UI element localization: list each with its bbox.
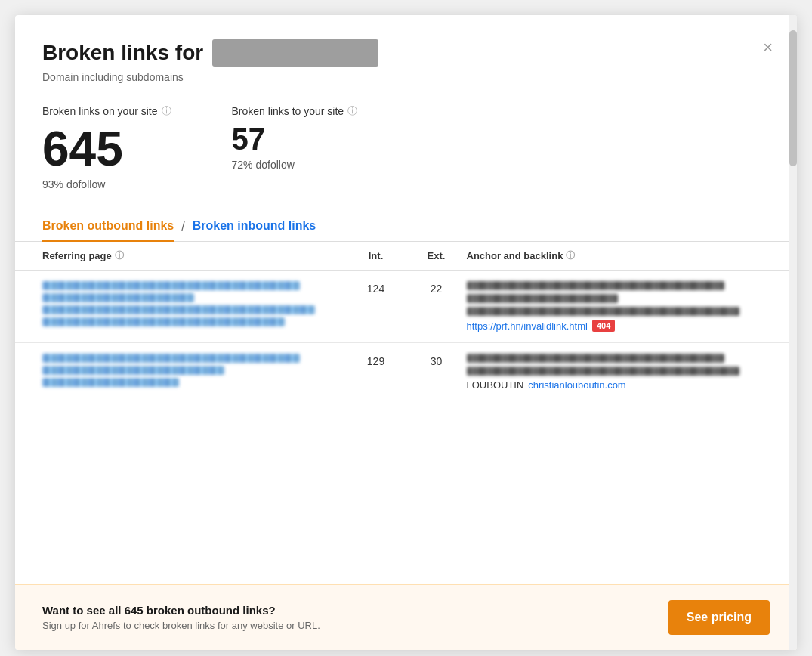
blurred-ref-1a [42,281,300,290]
stat-to-site-dofollow: 72% dofollow [232,159,358,171]
anchor-info-icon: ⓘ [566,249,575,262]
anchor-link-row-2: LOUBOUTIN christianlouboutin.com [467,379,770,391]
stats-section: Broken links on your site ⓘ 645 93% dofo… [15,104,797,190]
blurred-anchor-1c [467,307,739,316]
anchor-link-row-1: https://prf.hn/invalidlink.html 404 [467,320,770,332]
cell-int-1: 124 [346,281,406,295]
table-body: 124 22 https://prf.hn/invalidlink.html 4… [15,271,797,401]
title-row: Broken links for [42,39,770,67]
col-anchor-header: Anchor and backlink ⓘ [467,249,770,262]
badge-404-1: 404 [592,320,615,332]
col-ext-header: Ext. [406,249,467,262]
tab-inbound[interactable]: Broken inbound links [193,212,316,242]
modal-title: Broken links for [42,41,203,65]
modal: Broken links for Domain including subdom… [15,15,797,650]
blurred-anchor-1b [467,294,619,303]
blurred-anchor-2b [467,367,739,376]
close-button[interactable]: × [760,36,776,59]
blurred-anchor-1a [467,281,724,290]
tab-outbound[interactable]: Broken outbound links [42,212,174,242]
anchor-text-2: LOUBOUTIN [467,379,524,391]
footer-text-block: Want to see all 645 broken outbound link… [42,604,320,631]
stat-on-site-number: 645 [42,122,171,175]
referring-info-icon: ⓘ [115,249,124,262]
cell-ext-2: 30 [406,354,467,367]
modal-header: Broken links for Domain including subdom… [15,15,797,104]
cell-referring-2 [42,354,346,387]
col-int-header: Int. [346,249,406,262]
see-pricing-button[interactable]: See pricing [668,600,770,635]
blurred-ref-2a [42,354,300,363]
blurred-anchor-2a [467,354,724,363]
table-row: 129 30 LOUBOUTIN christianlouboutin.com [15,343,797,401]
stat-to-site-number: 57 [232,122,358,156]
anchor-link-1[interactable]: https://prf.hn/invalidlink.html [467,320,588,332]
table-section: Referring page ⓘ Int. Ext. Anchor and ba… [15,242,797,584]
stat-to-site-label: Broken links to your site ⓘ [232,104,358,118]
col-referring-header: Referring page ⓘ [42,249,346,262]
footer-banner: Want to see all 645 broken outbound link… [15,584,797,650]
table-header: Referring page ⓘ Int. Ext. Anchor and ba… [15,242,797,271]
blurred-ref-1c [42,305,315,314]
stat-to-site: Broken links to your site ⓘ 57 72% dofol… [232,104,358,190]
footer-main-text: Want to see all 645 broken outbound link… [42,604,320,617]
blurred-ref-1d [42,317,285,326]
cell-ext-1: 22 [406,281,467,295]
scrollbar-track[interactable] [789,15,797,650]
on-site-info-icon: ⓘ [162,104,171,118]
footer-sub-text: Sign up for Ahrefs to check broken links… [42,620,320,631]
cell-int-2: 129 [346,354,406,367]
blurred-ref-1b [42,293,194,302]
cell-anchor-1: https://prf.hn/invalidlink.html 404 [467,281,770,332]
anchor-link-2[interactable]: christianlouboutin.com [528,379,625,391]
tab-divider: / [181,220,184,234]
blurred-ref-2c [42,378,179,387]
cell-referring-1 [42,281,346,326]
stat-on-site-dofollow: 93% dofollow [42,178,171,190]
to-site-info-icon: ⓘ [347,104,357,118]
blurred-ref-2b [42,366,224,375]
stat-on-site: Broken links on your site ⓘ 645 93% dofo… [42,104,171,190]
table-row: 124 22 https://prf.hn/invalidlink.html 4… [15,271,797,343]
tabs-row: Broken outbound links / Broken inbound l… [15,212,797,242]
modal-subtitle: Domain including subdomains [42,71,770,83]
domain-bar [212,39,378,67]
cell-anchor-2: LOUBOUTIN christianlouboutin.com [467,354,770,391]
stat-on-site-label: Broken links on your site ⓘ [42,104,171,118]
